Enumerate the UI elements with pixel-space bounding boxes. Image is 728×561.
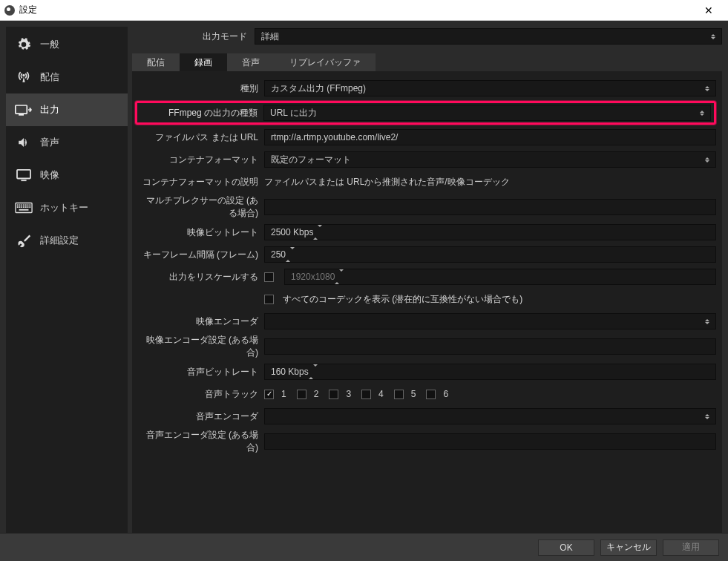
keyboard-icon: [15, 200, 33, 215]
sidebar-item-label: 配信: [40, 70, 59, 84]
aenc-set-label: 音声エンコーダ設定 (ある場合): [138, 429, 264, 454]
close-icon[interactable]: ✕: [694, 4, 724, 16]
venc-set-label: 映像エンコーダ設定 (ある場合): [138, 334, 264, 359]
row-muxer: マルチプレクサーの設定 (ある場合): [138, 194, 716, 220]
tab-record[interactable]: 録画: [180, 53, 227, 71]
titlebar: 設定 ✕: [0, 0, 728, 21]
tab-replay-buffer[interactable]: リプレイバッファ: [275, 53, 376, 71]
output-icon: [15, 102, 33, 117]
show-all-checkbox[interactable]: [264, 295, 274, 304]
row-keyframe: キーフレーム間隔 (フレーム) 250: [138, 245, 716, 264]
cancel-button[interactable]: キャンセル: [600, 539, 657, 556]
svg-rect-15: [23, 206, 24, 208]
chevron-updown-icon: [697, 107, 707, 119]
spinner-icon[interactable]: [286, 249, 295, 260]
output-mode-value: 詳細: [261, 30, 279, 43]
venc-label: 映像エンコーダ: [138, 315, 264, 328]
track-4-checkbox[interactable]: [361, 390, 371, 399]
ffmpeg-output-type-select[interactable]: URL に出力: [263, 105, 711, 121]
chevron-updown-icon: [702, 154, 712, 165]
sidebar-item-stream[interactable]: 配信: [6, 61, 128, 94]
type-select[interactable]: カスタム出力 (FFmpeg): [264, 80, 716, 96]
sidebar-item-label: 音声: [40, 136, 59, 149]
svg-rect-10: [27, 204, 29, 206]
chevron-updown-icon: [702, 410, 712, 422]
row-tracks: 音声トラック 1 2 3 4 5 6: [138, 384, 716, 404]
sidebar-item-label: 映像: [40, 168, 59, 182]
gear-icon: [15, 37, 33, 52]
tab-audio[interactable]: 音声: [227, 53, 275, 71]
sidebar-item-label: 詳細設定: [40, 234, 79, 247]
container-desc-label: コンテナフォーマットの説明: [138, 176, 264, 188]
sidebar-item-output[interactable]: 出力: [6, 94, 128, 126]
svg-rect-9: [25, 204, 27, 206]
abitrate-label: 音声ビットレート: [138, 366, 264, 378]
svg-rect-7: [21, 204, 22, 206]
track-3-checkbox[interactable]: [329, 390, 338, 399]
chevron-updown-icon: [702, 315, 712, 327]
rescale-input[interactable]: 1920x1080: [284, 269, 716, 285]
container-label: コンテナフォーマット: [138, 154, 264, 166]
sidebar-item-label: 一般: [40, 38, 59, 51]
vbitrate-label: 映像ビットレート: [138, 226, 264, 239]
sidebar-item-general[interactable]: 一般: [6, 28, 128, 61]
row-aenc-set: 音声エンコーダ設定 (ある場合): [138, 429, 716, 454]
row-container: コンテナフォーマット 既定のフォーマット: [138, 150, 716, 169]
venc-select[interactable]: [264, 313, 716, 329]
svg-rect-8: [23, 204, 24, 206]
tools-icon: [15, 233, 33, 248]
keyframe-input[interactable]: 250: [264, 246, 716, 263]
sidebar-item-video[interactable]: 映像: [6, 159, 128, 191]
container-desc-text: ファイルパスまたは URLから推測された音声/映像コーデック: [264, 174, 716, 190]
row-venc-set: 映像エンコーダ設定 (ある場合): [138, 334, 716, 359]
row-rescale: 出力をリスケールする 1920x1080: [138, 267, 716, 286]
antenna-icon: [15, 70, 33, 85]
svg-rect-16: [25, 206, 27, 208]
container-select[interactable]: 既定のフォーマット: [264, 151, 716, 168]
spinner-icon[interactable]: [309, 367, 318, 377]
output-mode-label: 出力モード: [132, 30, 255, 43]
rescale-checkbox[interactable]: [264, 272, 274, 282]
ok-button[interactable]: OK: [538, 539, 594, 556]
svg-rect-3: [21, 180, 26, 181]
svg-rect-13: [19, 206, 21, 208]
abitrate-input[interactable]: 160 Kbps: [264, 364, 716, 380]
chevron-updown-icon: [708, 30, 718, 42]
output-tabs: 配信 録画 音声 リプレイバッファ: [132, 53, 722, 71]
track-2-checkbox[interactable]: [297, 390, 306, 399]
vbitrate-input[interactable]: 2500 Kbps: [264, 224, 716, 240]
track-5-checkbox[interactable]: [394, 390, 404, 399]
keyframe-label: キーフレーム間隔 (フレーム): [138, 249, 264, 261]
output-mode-select[interactable]: 詳細: [255, 28, 722, 45]
svg-rect-19: [19, 209, 29, 211]
svg-rect-2: [17, 170, 30, 179]
tracks-label: 音声トラック: [138, 388, 264, 401]
dialog-footer: OK キャンセル 適用: [0, 533, 728, 561]
type-label: 種別: [138, 82, 264, 95]
svg-rect-5: [17, 204, 19, 206]
track-6-checkbox[interactable]: [426, 390, 436, 399]
file-url-label: ファイルパス または URL: [138, 131, 264, 144]
sidebar-item-advanced[interactable]: 詳細設定: [6, 224, 128, 257]
track-1-checkbox[interactable]: [264, 390, 274, 399]
aenc-select[interactable]: [264, 408, 716, 424]
file-url-input[interactable]: rtmp://a.rtmp.youtube.com/live2/: [264, 129, 716, 145]
spinner-icon[interactable]: [313, 227, 322, 237]
apply-button[interactable]: 適用: [663, 539, 719, 556]
row-vbitrate: 映像ビットレート 2500 Kbps: [138, 223, 716, 242]
venc-set-input[interactable]: [264, 338, 716, 355]
muxer-input[interactable]: [264, 199, 716, 215]
row-type: 種別 カスタム出力 (FFmpeg): [138, 79, 716, 98]
sidebar-item-audio[interactable]: 音声: [6, 126, 128, 159]
svg-rect-14: [21, 206, 22, 208]
tab-stream[interactable]: 配信: [132, 53, 180, 71]
window-title: 設定: [19, 4, 694, 16]
svg-rect-11: [29, 204, 30, 206]
monitor-icon: [15, 168, 33, 183]
sidebar: 一般 配信 出力 音声 映像 ホットキー 詳細設定: [6, 27, 128, 533]
sidebar-item-hotkeys[interactable]: ホットキー: [6, 191, 128, 224]
svg-rect-18: [29, 206, 30, 208]
app-icon: [4, 5, 15, 16]
aenc-set-input[interactable]: [264, 433, 716, 450]
row-aenc: 音声エンコーダ: [138, 407, 716, 426]
